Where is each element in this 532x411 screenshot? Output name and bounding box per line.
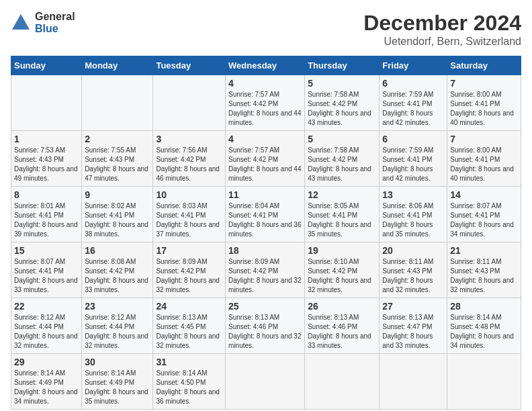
col-tuesday: Tuesday	[153, 56, 226, 75]
calendar-cell: 29 Sunrise: 8:14 AM Sunset: 4:49 PM Dayl…	[11, 354, 82, 410]
logo-mark	[11, 13, 31, 33]
day-number: 9	[85, 189, 150, 200]
calendar-week-row: 1 Sunrise: 7:53 AM Sunset: 4:43 PM Dayli…	[11, 131, 521, 187]
day-info: Sunrise: 8:14 AM Sunset: 4:48 PM Dayligh…	[450, 313, 518, 351]
calendar-cell: 15 Sunrise: 8:07 AM Sunset: 4:41 PM Dayl…	[11, 242, 82, 298]
calendar-cell: 21 Sunrise: 8:11 AM Sunset: 4:43 PM Dayl…	[447, 242, 521, 298]
calendar-cell: 12 Sunrise: 8:05 AM Sunset: 4:41 PM Dayl…	[305, 187, 380, 242]
day-info: Sunrise: 8:09 AM Sunset: 4:42 PM Dayligh…	[228, 257, 302, 295]
day-number: 22	[14, 301, 79, 312]
day-info: Sunrise: 8:04 AM Sunset: 4:41 PM Dayligh…	[228, 201, 302, 239]
day-number: 15	[14, 245, 79, 256]
calendar-week-row: 4 Sunrise: 7:57 AM Sunset: 4:42 PM Dayli…	[11, 75, 521, 131]
day-info: Sunrise: 7:59 AM Sunset: 4:41 PM Dayligh…	[382, 90, 444, 128]
calendar-header-row: Sunday Monday Tuesday Wednesday Thursday…	[11, 56, 521, 75]
day-number: 6	[382, 78, 444, 89]
day-number: 3	[156, 134, 222, 144]
calendar-cell: 3 Sunrise: 7:56 AM Sunset: 4:42 PM Dayli…	[153, 131, 226, 187]
day-number: 25	[228, 301, 302, 312]
col-monday: Monday	[82, 56, 153, 75]
day-number: 7	[450, 134, 518, 144]
day-number: 28	[450, 301, 518, 312]
logo-blue: Blue	[35, 23, 75, 35]
title-area: December 2024 Uetendorf, Bern, Switzerla…	[363, 11, 521, 48]
calendar-cell: 31 Sunrise: 8:14 AM Sunset: 4:50 PM Dayl…	[153, 354, 226, 410]
calendar-cell: 9 Sunrise: 8:02 AM Sunset: 4:41 PM Dayli…	[82, 187, 153, 242]
col-wednesday: Wednesday	[226, 56, 305, 75]
day-number: 4	[228, 78, 302, 89]
day-info: Sunrise: 8:14 AM Sunset: 4:49 PM Dayligh…	[14, 369, 79, 406]
day-info: Sunrise: 8:02 AM Sunset: 4:41 PM Dayligh…	[85, 201, 150, 239]
calendar-table: Sunday Monday Tuesday Wednesday Thursday…	[11, 56, 521, 410]
day-number: 4	[228, 134, 302, 144]
day-info: Sunrise: 7:57 AM Sunset: 4:42 PM Dayligh…	[228, 146, 302, 183]
calendar-cell: 10 Sunrise: 8:03 AM Sunset: 4:41 PM Dayl…	[153, 187, 226, 242]
header: General Blue December 2024 Uetendorf, Be…	[11, 11, 521, 48]
day-number: 29	[14, 357, 79, 367]
day-info: Sunrise: 8:13 AM Sunset: 4:46 PM Dayligh…	[228, 313, 302, 351]
day-number: 19	[308, 245, 376, 256]
day-number: 12	[308, 189, 376, 200]
day-number: 18	[228, 245, 302, 256]
day-info: Sunrise: 7:55 AM Sunset: 4:43 PM Dayligh…	[85, 146, 150, 183]
col-friday: Friday	[380, 56, 447, 75]
day-info: Sunrise: 8:14 AM Sunset: 4:50 PM Dayligh…	[156, 369, 222, 406]
calendar-cell: 4 Sunrise: 7:57 AM Sunset: 4:42 PM Dayli…	[226, 131, 305, 187]
calendar-cell: 8 Sunrise: 8:01 AM Sunset: 4:41 PM Dayli…	[11, 187, 82, 242]
calendar-cell: 30 Sunrise: 8:14 AM Sunset: 4:49 PM Dayl…	[82, 354, 153, 410]
calendar-cell: 7 Sunrise: 8:00 AM Sunset: 4:41 PM Dayli…	[447, 131, 521, 187]
day-info: Sunrise: 8:12 AM Sunset: 4:44 PM Dayligh…	[14, 313, 79, 351]
calendar-cell: 17 Sunrise: 8:09 AM Sunset: 4:42 PM Dayl…	[153, 242, 226, 298]
calendar-week-row: 29 Sunrise: 8:14 AM Sunset: 4:49 PM Dayl…	[11, 354, 521, 410]
col-sunday: Sunday	[11, 56, 82, 75]
col-thursday: Thursday	[305, 56, 380, 75]
calendar-cell: 19 Sunrise: 8:10 AM Sunset: 4:42 PM Dayl…	[305, 242, 380, 298]
day-number: 27	[382, 301, 444, 312]
calendar-cell	[11, 75, 82, 131]
day-info: Sunrise: 8:03 AM Sunset: 4:41 PM Dayligh…	[156, 201, 222, 239]
calendar-cell: 23 Sunrise: 8:12 AM Sunset: 4:44 PM Dayl…	[82, 298, 153, 354]
calendar-cell: 22 Sunrise: 8:12 AM Sunset: 4:44 PM Dayl…	[11, 298, 82, 354]
day-number: 6	[382, 134, 444, 144]
day-info: Sunrise: 8:14 AM Sunset: 4:49 PM Dayligh…	[85, 369, 150, 406]
col-saturday: Saturday	[447, 56, 521, 75]
day-info: Sunrise: 8:11 AM Sunset: 4:43 PM Dayligh…	[450, 257, 518, 295]
calendar-cell: 4 Sunrise: 7:57 AM Sunset: 4:42 PM Dayli…	[226, 75, 305, 131]
calendar-cell: 13 Sunrise: 8:06 AM Sunset: 4:41 PM Dayl…	[380, 187, 447, 242]
calendar-cell: 6 Sunrise: 7:59 AM Sunset: 4:41 PM Dayli…	[380, 131, 447, 187]
day-number: 8	[14, 189, 79, 200]
page-title: December 2024	[363, 11, 521, 36]
day-number: 11	[228, 189, 302, 200]
day-info: Sunrise: 8:13 AM Sunset: 4:47 PM Dayligh…	[382, 313, 444, 351]
calendar-week-row: 8 Sunrise: 8:01 AM Sunset: 4:41 PM Dayli…	[11, 187, 521, 242]
day-number: 26	[308, 301, 376, 312]
calendar-cell: 6 Sunrise: 7:59 AM Sunset: 4:41 PM Dayli…	[380, 75, 447, 131]
day-info: Sunrise: 8:07 AM Sunset: 4:41 PM Dayligh…	[14, 257, 79, 295]
day-info: Sunrise: 8:01 AM Sunset: 4:41 PM Dayligh…	[14, 201, 79, 239]
logo-general: General	[35, 11, 75, 23]
day-info: Sunrise: 8:06 AM Sunset: 4:41 PM Dayligh…	[382, 201, 444, 239]
day-info: Sunrise: 8:09 AM Sunset: 4:42 PM Dayligh…	[156, 257, 222, 295]
day-info: Sunrise: 7:57 AM Sunset: 4:42 PM Dayligh…	[228, 90, 302, 128]
calendar-cell: 24 Sunrise: 8:13 AM Sunset: 4:45 PM Dayl…	[153, 298, 226, 354]
day-info: Sunrise: 8:00 AM Sunset: 4:41 PM Dayligh…	[450, 146, 518, 183]
day-number: 5	[308, 78, 376, 89]
day-number: 30	[85, 357, 150, 367]
day-info: Sunrise: 8:00 AM Sunset: 4:41 PM Dayligh…	[450, 90, 518, 128]
day-info: Sunrise: 8:05 AM Sunset: 4:41 PM Dayligh…	[308, 201, 376, 239]
day-number: 16	[85, 245, 150, 256]
day-number: 21	[450, 245, 518, 256]
day-info: Sunrise: 8:13 AM Sunset: 4:45 PM Dayligh…	[156, 313, 222, 351]
day-number: 10	[156, 189, 222, 200]
day-number: 31	[156, 357, 222, 367]
calendar-cell	[305, 354, 380, 410]
calendar-cell: 14 Sunrise: 8:07 AM Sunset: 4:41 PM Dayl…	[447, 187, 521, 242]
day-number: 20	[382, 245, 444, 256]
day-info: Sunrise: 8:12 AM Sunset: 4:44 PM Dayligh…	[85, 313, 150, 351]
calendar-cell: 5 Sunrise: 7:58 AM Sunset: 4:42 PM Dayli…	[305, 75, 380, 131]
day-info: Sunrise: 7:58 AM Sunset: 4:42 PM Dayligh…	[308, 146, 376, 183]
day-info: Sunrise: 7:59 AM Sunset: 4:41 PM Dayligh…	[382, 146, 444, 183]
day-info: Sunrise: 8:07 AM Sunset: 4:41 PM Dayligh…	[450, 201, 518, 239]
day-number: 7	[450, 78, 518, 89]
calendar-cell: 7 Sunrise: 8:00 AM Sunset: 4:41 PM Dayli…	[447, 75, 521, 131]
